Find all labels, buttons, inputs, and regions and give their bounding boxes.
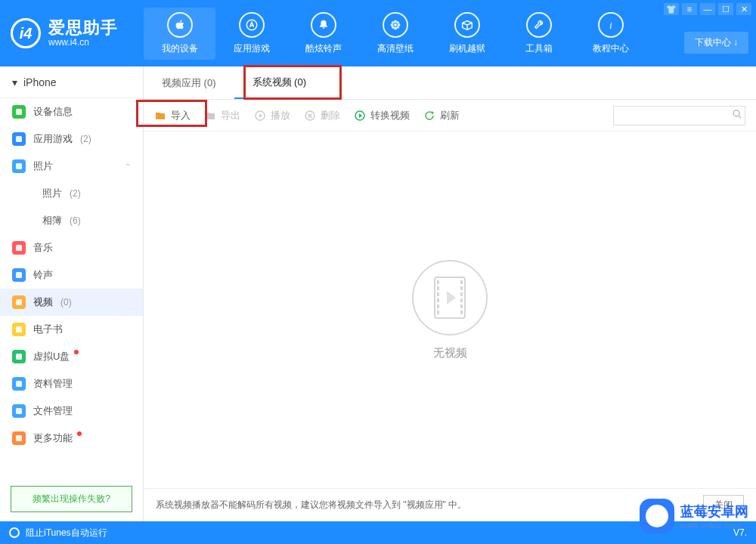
sidebar-item-10[interactable]: 资料管理 (0, 370, 143, 397)
sidebar-item-label: 应用游戏 (33, 132, 73, 146)
sidebar-item-count: (6) (70, 215, 81, 226)
sidebar-item-0[interactable]: 设备信息 (0, 98, 143, 125)
film-reel-icon (412, 260, 488, 335)
import-button[interactable]: 导入 (154, 109, 191, 122)
svg-rect-28 (437, 286, 439, 290)
convert-icon (354, 110, 366, 122)
topnav-label: 教程中心 (575, 42, 646, 55)
tab-0[interactable]: 视频应用 (0) (144, 66, 234, 99)
svg-rect-21 (16, 435, 22, 441)
main-pane: 视频应用 (0)系统视频 (0) 导入 导出 (144, 66, 756, 521)
svg-point-1 (394, 23, 397, 26)
topnav-appstore[interactable]: 应用游戏 (215, 8, 287, 60)
topnav-flower[interactable]: 高清壁纸 (359, 8, 431, 60)
sidebar-item-icon (12, 268, 26, 282)
sidebar-item-label: 音乐 (33, 241, 53, 255)
svg-rect-32 (437, 311, 439, 314)
sidebar-item-label: 更多功能 (33, 431, 73, 445)
sidebar-item-label: 照片 (42, 187, 62, 200)
sidebar-item-icon (12, 132, 26, 146)
sidebar-item-7[interactable]: 视频 (0) (0, 289, 143, 316)
topnav-wrench[interactable]: 工具箱 (503, 8, 575, 60)
play-icon (254, 110, 266, 122)
svg-rect-18 (16, 354, 22, 360)
status-indicator-icon (9, 527, 20, 538)
topnav-label: 高清壁纸 (359, 42, 431, 55)
svg-rect-11 (16, 109, 22, 115)
box-icon (454, 12, 480, 38)
skin-button[interactable]: 👕 (664, 3, 679, 15)
sidebar-item-icon (12, 295, 26, 309)
svg-text:i: i (609, 19, 612, 30)
search-field[interactable] (618, 110, 732, 121)
sidebar: ▾ iPhone 设备信息应用游戏 (2)照片⌃照片 (2)相簿 (6)音乐铃声… (0, 66, 144, 521)
brand-name: 爱思助手 (48, 18, 118, 37)
chevron-down-icon: ▾ (12, 76, 17, 88)
window-controls: 👕 ≡ — ☐ ✕ (664, 3, 751, 15)
appstore-icon (239, 12, 265, 38)
topnav-info[interactable]: i教程中心 (575, 8, 646, 60)
sidebar-item-label: 相簿 (42, 214, 62, 227)
play-button[interactable]: 播放 (254, 109, 290, 122)
svg-rect-13 (16, 163, 22, 169)
itunes-block-toggle[interactable]: 阻止iTunes自动运行 (26, 527, 107, 539)
refresh-icon (423, 110, 435, 122)
topnav-box[interactable]: 刷机越狱 (431, 8, 503, 60)
export-button[interactable]: 导出 (204, 109, 240, 122)
sidebar-item-3[interactable]: 照片 (2) (0, 180, 143, 207)
help-link[interactable]: 频繁出现操作失败? (11, 486, 132, 512)
minimize-button[interactable]: — (700, 3, 715, 15)
topnav-apple[interactable]: 我的设备 (144, 8, 215, 60)
topnav-label: 工具箱 (503, 42, 575, 55)
flower-icon (383, 12, 408, 38)
sidebar-item-icon (12, 404, 26, 418)
topnav-label: 酷炫铃声 (287, 42, 359, 55)
sidebar-item-icon (12, 377, 26, 391)
notification-dot-icon (74, 350, 79, 354)
refresh-button[interactable]: 刷新 (423, 109, 460, 122)
sidebar-item-9[interactable]: 虚拟U盘 (0, 343, 143, 370)
maximize-button[interactable]: ☐ (718, 3, 733, 15)
svg-rect-38 (460, 311, 463, 314)
search-input[interactable] (613, 106, 745, 125)
sidebar-item-icon (12, 159, 26, 173)
app-header: i4 爱思助手 www.i4.cn 我的设备应用游戏酷炫铃声高清壁纸刷机越狱工具… (0, 0, 756, 66)
sidebar-item-11[interactable]: 文件管理 (0, 397, 143, 425)
empty-state: 无视频 (144, 131, 756, 488)
topnav-bell[interactable]: 酷炫铃声 (287, 8, 359, 60)
delete-button[interactable]: 删除 (304, 109, 340, 122)
sidebar-item-4[interactable]: 相簿 (6) (0, 207, 143, 234)
brand: i4 爱思助手 www.i4.cn (0, 0, 144, 66)
sidebar-item-2[interactable]: 照片⌃ (0, 153, 143, 180)
sidebar-item-label: 电子书 (33, 323, 63, 336)
watermark-icon (640, 499, 674, 533)
sidebar-item-1[interactable]: 应用游戏 (2) (0, 125, 143, 153)
sidebar-item-icon (12, 241, 26, 255)
topnav-label: 应用游戏 (215, 42, 287, 55)
svg-rect-33 (460, 280, 463, 284)
tab-1[interactable]: 系统视频 (0) (234, 66, 325, 99)
sidebar-item-12[interactable]: 更多功能 (0, 425, 143, 452)
convert-button[interactable]: 转换视频 (354, 109, 410, 122)
svg-rect-20 (16, 408, 22, 414)
topnav-label: 刷机越狱 (431, 42, 503, 55)
svg-point-25 (733, 110, 739, 116)
sidebar-item-6[interactable]: 铃声 (0, 261, 143, 289)
menu-button[interactable]: ≡ (682, 3, 697, 15)
svg-rect-29 (437, 292, 439, 296)
delete-icon (304, 110, 316, 122)
svg-rect-15 (16, 272, 22, 278)
tab-bar: 视频应用 (0)系统视频 (0) (144, 66, 756, 100)
topnav-label: 我的设备 (144, 42, 215, 55)
download-center-button[interactable]: 下载中心 ↓ (684, 32, 748, 54)
sidebar-item-5[interactable]: 音乐 (0, 234, 143, 261)
device-selector[interactable]: ▾ iPhone (0, 66, 143, 98)
svg-rect-19 (16, 381, 22, 387)
svg-rect-36 (460, 298, 463, 302)
sidebar-item-label: 虚拟U盘 (33, 350, 70, 363)
close-button[interactable]: ✕ (736, 3, 751, 15)
svg-rect-30 (437, 298, 439, 302)
svg-point-8 (392, 26, 395, 29)
sidebar-item-count: (0) (60, 297, 72, 308)
sidebar-item-8[interactable]: 电子书 (0, 316, 143, 343)
